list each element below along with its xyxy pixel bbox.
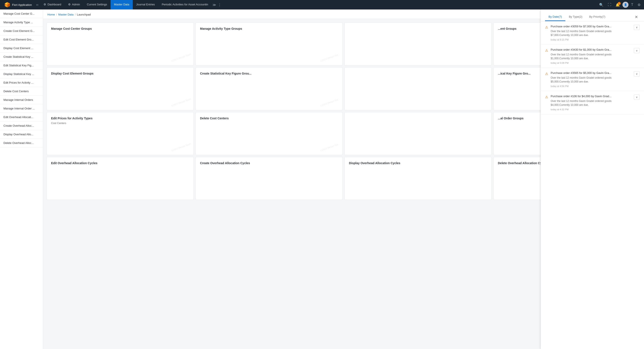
- sidebar-item-delete-overhead-alloc[interactable]: Delete Overhead Alloc...: [0, 139, 43, 147]
- notification-desc: Over the last 12 months Gavin Gradel ord…: [551, 99, 631, 107]
- notification-body: Purchase order #3430 for $1,000 by Gavin…: [551, 48, 631, 64]
- app-logo: Fiori Application: [2, 2, 34, 8]
- nav-item-current-settings[interactable]: Current Settings: [84, 0, 110, 9]
- sidebar-item-display-overhead-allo[interactable]: Display Overhead Allo...: [0, 130, 43, 139]
- notif-tab-by-priority[interactable]: By Priority(7): [586, 13, 609, 21]
- tile-title: Edit Overhead Allocation Cycles: [51, 161, 189, 165]
- tile-watermark: ©2023 Metad Tea...: [320, 142, 340, 152]
- nav-item-periodic-activities[interactable]: Periodic Activities for Asset Accountin: [158, 0, 212, 9]
- fullscreen-button[interactable]: ⛶: [606, 1, 613, 8]
- tile-title: Display Cost Element Groups: [51, 72, 189, 75]
- notification-item: ⚠ Purchase order #3565 for $5,000 by Gav…: [541, 68, 644, 91]
- tile-create-overhead-allocation-cycles[interactable]: Create Overhead Allocation Cycles: [196, 157, 343, 200]
- tile-manage-activity-type-groups[interactable]: Manage Activity Type Groups ©2023 Metad …: [196, 22, 343, 65]
- breadcrumb-sep-1: /: [56, 13, 57, 16]
- tile-delete-cost-centers[interactable]: Delete Cost Centers ©2023 Metad Tea...: [196, 112, 343, 155]
- sidebar-item-create-cost-element-g[interactable]: Create Cost Element G...: [0, 27, 43, 35]
- search-button[interactable]: 🔍: [598, 1, 605, 8]
- tile-subtitle: Cost Centers: [51, 122, 189, 125]
- notification-time: today at 4:56 PM: [551, 85, 631, 87]
- tile-title: Create Overhead Allocation Cycles: [200, 161, 338, 165]
- notification-desc: Over the last 12 months Gavin Gradel ord…: [551, 29, 631, 37]
- app-title: Fiori Application: [12, 3, 32, 6]
- top-navigation: Fiori Application ‹‹ ⚙ Dashboard ⚙ Admin…: [0, 0, 644, 9]
- sidebar-item-manage-activity-type[interactable]: Manage Activity Type ...: [0, 18, 43, 27]
- tile-watermark: ©2023 Metad Tea...: [320, 98, 340, 107]
- notification-title: Purchase order #3059 for $7,000 by Gavin…: [551, 25, 631, 28]
- tile-title: Delete Cost Centers: [200, 117, 338, 120]
- tile-title: Edit Prices for Activity Types: [51, 117, 189, 120]
- notification-time: today at 5:08 PM: [551, 62, 631, 64]
- notification-warning-icon: ⚠: [545, 48, 548, 52]
- nav-right-controls: 🔍 ⛶ 🔔 1 👤 T ⚙: [598, 1, 642, 8]
- tile-watermark: ©2023 Metad Team: [171, 142, 191, 152]
- nav-overflow-button[interactable]: ⋮: [217, 1, 222, 8]
- fiori-logo-icon: [4, 2, 10, 8]
- nav-item-master-data[interactable]: Master Data: [110, 0, 133, 9]
- notifications-button[interactable]: 🔔 1: [614, 1, 622, 8]
- notification-panel: By Date(7) By Type(2) By Priority(7) ✕ ⚠…: [540, 9, 644, 349]
- nav-item-dashboard[interactable]: ⚙ Dashboard: [40, 0, 65, 9]
- sidebar-item-edit-cost-element-gro[interactable]: Edit Cost Element Gro...: [0, 35, 43, 44]
- tile-manage-cost-center-groups[interactable]: Manage Cost Center Groups ©2023 Metad Te…: [46, 22, 194, 65]
- notification-expand-button[interactable]: ∨: [634, 25, 640, 30]
- tile-display-overhead-allocation-cycles[interactable]: Display Overhead Allocation Cycles: [344, 157, 492, 200]
- notification-expand-button[interactable]: ∨: [634, 95, 640, 100]
- admin-icon: ⚙: [68, 3, 71, 6]
- breadcrumb-current: Launchpad: [77, 13, 91, 16]
- sidebar-item-manage-internal-order[interactable]: Manage Internal Order ...: [0, 104, 43, 113]
- tile-blank1[interactable]: [344, 22, 492, 65]
- tile-blank2[interactable]: [344, 67, 492, 110]
- settings-button[interactable]: ⚙: [636, 1, 642, 8]
- sidebar-item-display-statistical-key[interactable]: Display Statistical Key ...: [0, 70, 43, 78]
- breadcrumb-master-data[interactable]: Master Data: [58, 13, 74, 16]
- nav-item-admin[interactable]: ⚙ Admin: [65, 0, 84, 9]
- notification-expand-button[interactable]: ∨: [634, 71, 640, 76]
- sidebar-item-manage-cost-center-g[interactable]: Manage Cost Center G...: [0, 9, 43, 18]
- tile-edit-prices-for-activity-types[interactable]: Edit Prices for Activity Types Cost Cent…: [46, 112, 194, 155]
- sidebar-item-delete-cost-centers[interactable]: Delete Cost Centers: [0, 87, 43, 96]
- sidebar-item-edit-overhead-allocati[interactable]: Edit Overhead Allocati...: [0, 113, 43, 121]
- sidebar-item-edit-statistical-key-fig[interactable]: Edit Statistical Key Fig...: [0, 61, 43, 70]
- tile-create-statistical-key-figure[interactable]: Create Statistical Key Figure Grou... ©2…: [196, 67, 343, 110]
- settings-icon: ⚙: [638, 3, 640, 7]
- sidebar-item-create-statistical-key[interactable]: Create Statistical Key ...: [0, 52, 43, 61]
- sidebar-item-manage-internal-orders[interactable]: Manage Internal Orders: [0, 96, 43, 104]
- tile-watermark: ©2023 Metad Team: [171, 53, 191, 62]
- notification-body: Purchase order #3059 for $7,000 by Gavin…: [551, 25, 631, 41]
- tile-display-cost-element-groups[interactable]: Display Cost Element Groups ©2023 Metad …: [46, 67, 194, 110]
- notification-expand-button[interactable]: ∨: [634, 48, 640, 53]
- tile-watermark: ©2023 Metad Tea...: [320, 53, 340, 62]
- notification-item: ⚠ Purchase order #3430 for $1,000 by Gav…: [541, 45, 644, 68]
- dashboard-icon: ⚙: [44, 3, 46, 6]
- sidebar-item-edit-prices-for-activity[interactable]: Edit Prices for Activity ...: [0, 78, 43, 87]
- text-size-button[interactable]: T: [629, 1, 635, 8]
- tile-edit-overhead-allocation-cycles[interactable]: Edit Overhead Allocation Cycles: [46, 157, 194, 200]
- nav-item-journal-entries[interactable]: Journal Entries: [133, 0, 158, 9]
- sidebar-item-display-cost-element[interactable]: Display Cost Element ...: [0, 44, 43, 52]
- notification-time: today at 8:15 PM: [551, 38, 631, 41]
- avatar[interactable]: 👤: [622, 2, 628, 8]
- notification-warning-icon: ⚠: [545, 25, 548, 29]
- breadcrumb-home[interactable]: Home: [48, 13, 55, 16]
- notification-title: Purchase order #106 for $4,000 by Gavin …: [551, 95, 631, 98]
- tile-blank3[interactable]: [344, 112, 492, 155]
- sidebar-item-create-overhead-alloc[interactable]: Create Overhead Alloc...: [0, 121, 43, 130]
- notification-body: Purchase order #3565 for $5,000 by Gavin…: [551, 71, 631, 87]
- notification-warning-icon: ⚠: [545, 95, 548, 99]
- notification-close-button[interactable]: ✕: [633, 13, 640, 21]
- notification-warning-icon: ⚠: [545, 72, 548, 76]
- left-sidebar: Manage Cost Center G... Manage Activity …: [0, 9, 43, 349]
- nav-back-button[interactable]: ‹‹: [34, 1, 40, 8]
- notification-title: Purchase order #3430 for $1,000 by Gavin…: [551, 48, 631, 51]
- notif-tab-by-date[interactable]: By Date(7): [545, 13, 565, 21]
- notification-body: Purchase order #106 for $4,000 by Gavin …: [551, 95, 631, 111]
- notification-badge: 1: [618, 2, 621, 5]
- notification-header: By Date(7) By Type(2) By Priority(7) ✕: [541, 9, 644, 21]
- notification-item: ⚠ Purchase order #106 for $4,000 by Gavi…: [541, 91, 644, 114]
- notif-tab-by-type[interactable]: By Type(2): [565, 13, 586, 21]
- tile-title: Manage Cost Center Groups: [51, 27, 189, 30]
- search-icon: 🔍: [599, 3, 604, 7]
- nav-more-button[interactable]: ≫: [212, 1, 217, 8]
- avatar-icon: 👤: [624, 3, 627, 6]
